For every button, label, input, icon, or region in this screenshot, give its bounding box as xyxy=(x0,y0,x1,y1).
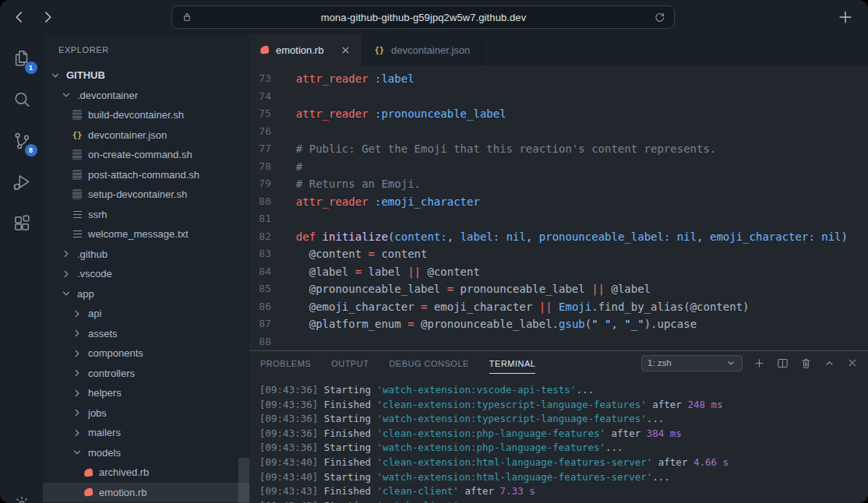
panel-tab-output[interactable]: OUTPUT xyxy=(331,353,369,373)
forward-button[interactable] xyxy=(39,9,56,26)
chevron-up-icon xyxy=(823,357,836,370)
line-number: 88 xyxy=(249,333,271,351)
panel-tab-debug-console[interactable]: DEBUG CONSOLE xyxy=(389,353,468,373)
tree-item-github[interactable]: .github xyxy=(43,244,249,265)
reload-button[interactable] xyxy=(653,11,666,24)
tree-item-label: .devcontainer xyxy=(77,90,138,101)
tab-emotion-rb[interactable]: emotion.rb xyxy=(249,34,363,65)
panel-tab-problems[interactable]: PROBLEMS xyxy=(260,353,311,373)
run-and-debug-icon xyxy=(12,172,32,192)
panel-tab-terminal[interactable]: TERMINAL xyxy=(489,353,536,374)
tree-item-github[interactable]: GITHUB xyxy=(43,65,249,86)
tree-item-models[interactable]: models xyxy=(43,443,249,463)
line-number: 74 xyxy=(249,88,271,106)
line-number: 83 xyxy=(249,245,271,263)
search-icon xyxy=(12,90,32,110)
chevron-right-icon xyxy=(71,328,83,339)
settings-gear-button[interactable] xyxy=(12,494,31,503)
terminal-line: [09:43:36] Starting 'watch-extension:php… xyxy=(259,441,868,456)
url-bar[interactable]: mona-github-github-g59jpq2w5w7.github.de… xyxy=(171,5,675,29)
tree-item-on-create-command-sh[interactable]: on-create-command.sh xyxy=(43,145,249,165)
code-line: 77 # Public: Get the Emoji that this rea… xyxy=(249,140,868,158)
code-line: 79 # Returns an Emoji. xyxy=(249,175,868,193)
browser-window: mona-github-github-g59jpq2w5w7.github.de… xyxy=(0,0,868,503)
tree-item-label: emotion.rb xyxy=(99,487,146,498)
tab-devcontainer-json[interactable]: {} devcontainer.json xyxy=(363,34,482,65)
tree-item-post-attach-command-sh[interactable]: post-attach-command.sh xyxy=(43,165,249,185)
tree-item-devcontainer-json[interactable]: {}devcontainer.json xyxy=(43,125,249,146)
tree-item-helpers[interactable]: helpers xyxy=(43,383,249,403)
code-text: attr_reader :pronounceable_label xyxy=(283,105,506,123)
kill-terminal-button[interactable] xyxy=(799,357,813,370)
chevron-right-icon xyxy=(60,248,72,259)
code-line: 82 def initialize(content:, label: nil, … xyxy=(249,228,868,246)
activity-bar: 1 8 xyxy=(0,34,43,503)
tree-item-components[interactable]: components xyxy=(43,343,249,364)
code-text: # xyxy=(283,158,302,176)
plus-icon xyxy=(837,9,854,26)
tree-item-ssrh[interactable]: ssrh xyxy=(43,205,249,225)
shell-file-icon xyxy=(72,149,82,160)
code-text: @platform_enum = @pronounceable_label.gs… xyxy=(283,315,697,333)
json-file-icon: {} xyxy=(374,45,384,55)
tree-item-api[interactable]: api xyxy=(43,304,249,324)
activity-run-debug[interactable] xyxy=(4,164,40,200)
back-button[interactable] xyxy=(11,9,28,26)
split-terminal-button[interactable] xyxy=(776,357,789,370)
code-text: @label = label || @content xyxy=(283,263,480,281)
tree-item-label: helpers xyxy=(88,387,122,399)
lock-icon xyxy=(180,10,194,24)
line-number: 77 xyxy=(249,140,271,158)
tree-item-label: api xyxy=(88,308,101,319)
tree-item-build-devcontainer-sh[interactable]: build-devcontainer.sh xyxy=(43,105,249,125)
tree-item-app[interactable]: app xyxy=(43,284,249,304)
terminal-line: [09:43:36] Starting 'watch-extension:vsc… xyxy=(259,383,868,398)
tree-item-setup-devcontainer-sh[interactable]: setup-devcontainer.sh xyxy=(43,185,249,205)
terminal-line: [09:43:36] Starting 'watch-extension:typ… xyxy=(259,412,868,427)
code-line: 73 attr_reader :label xyxy=(249,70,868,88)
text-file-icon xyxy=(73,230,82,237)
ruby-file-icon xyxy=(260,45,270,54)
activity-extensions[interactable] xyxy=(4,206,40,241)
terminal-shell-select[interactable]: 1: zsh xyxy=(641,355,743,371)
activity-source-control[interactable]: 8 xyxy=(4,123,40,159)
chevron-down-icon xyxy=(71,447,83,458)
tree-item-label: GITHUB xyxy=(66,69,105,81)
tree-item-emotion-rb[interactable]: emotion.rb xyxy=(43,483,249,503)
tree-item-archived-rb[interactable]: archived.rb xyxy=(43,463,249,483)
tree-item-assets[interactable]: assets xyxy=(43,324,249,344)
activity-search[interactable] xyxy=(4,82,40,118)
tree-item-jobs[interactable]: jobs xyxy=(43,403,249,424)
code-line: 84 @label = label || @content xyxy=(249,263,868,281)
maximize-panel-button[interactable] xyxy=(823,357,836,370)
tree-item-label: on-create-command.sh xyxy=(88,149,192,160)
reload-icon xyxy=(653,11,666,24)
line-number: 82 xyxy=(249,228,271,246)
code-line: 85 @pronounceable_label = pronounceable_… xyxy=(249,280,868,298)
line-number: 79 xyxy=(249,175,271,193)
close-panel-button[interactable] xyxy=(846,357,859,369)
new-tab-button[interactable] xyxy=(837,9,854,26)
code-editor[interactable]: 73 attr_reader :label7475 attr_reader :p… xyxy=(249,65,868,350)
tree-item-mailers[interactable]: mailers xyxy=(43,423,249,443)
gear-icon xyxy=(12,494,31,503)
new-terminal-button[interactable] xyxy=(753,357,766,370)
activity-explorer[interactable]: 1 xyxy=(4,40,40,76)
code-line: 81 xyxy=(249,210,868,228)
terminal-line: [09:43:43] Starting 'watch-client'... xyxy=(259,499,868,503)
ruby-file-icon xyxy=(83,488,93,497)
code-line: 83 @content = content xyxy=(249,245,868,263)
tree-item-welcome-message-txt[interactable]: welcome_message.txt xyxy=(43,224,249,244)
code-text: attr_reader :emoji_character xyxy=(283,193,480,211)
close-tab-button[interactable] xyxy=(340,44,351,56)
tree-item-vscode[interactable]: .vscode xyxy=(43,264,249,284)
tree-item-controllers[interactable]: controllers xyxy=(43,364,249,384)
code-text: def initialize(content:, label: nil, pro… xyxy=(283,228,848,246)
tree-item-label: models xyxy=(88,447,121,459)
terminal-output[interactable]: [09:43:36] Starting 'watch-extension:vsc… xyxy=(249,375,868,503)
panel-controls: 1: zsh xyxy=(641,355,859,371)
tree-item-devcontainer[interactable]: .devcontainer xyxy=(43,86,249,106)
editor-tab-bar: emotion.rb {} devcontainer.json xyxy=(249,34,868,65)
tree-item-label: assets xyxy=(88,328,118,339)
sidebar-scrollbar-thumb[interactable] xyxy=(238,458,249,503)
